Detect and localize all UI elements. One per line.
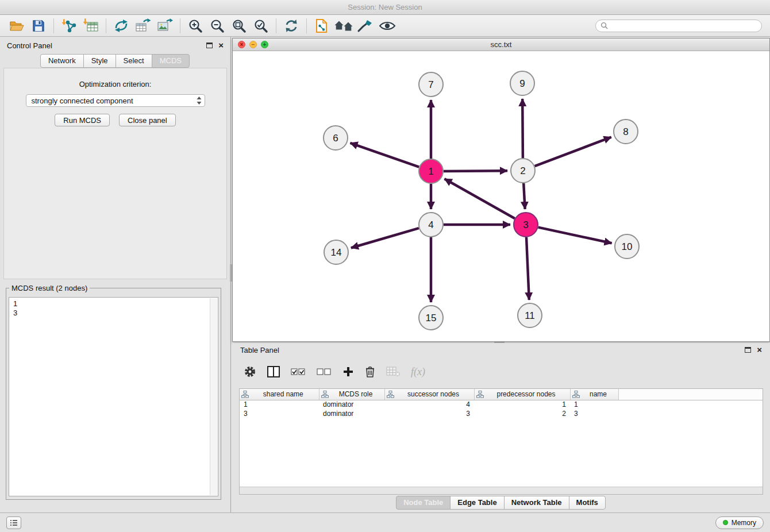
zoom-in-icon [188,18,203,33]
list-icon [10,519,18,526]
column-tree-icon [476,391,484,398]
tab-style[interactable]: Style [83,54,116,68]
dropdown-stepper-icon [197,97,202,105]
edge-1-2[interactable] [444,171,507,171]
table-toolbar: f(x) [232,357,770,387]
import-table-button[interactable] [81,17,101,35]
network-canvas[interactable]: 7968124314101511 [233,51,769,341]
save-icon [32,19,45,33]
tab-select[interactable]: Select [116,54,152,68]
homes-icon [334,19,353,33]
style-brush-button[interactable] [356,17,375,35]
delete-table-button[interactable] [386,367,400,377]
zoom-fit-button[interactable] [229,17,249,35]
close-panel-icon[interactable]: × [218,42,224,49]
show-hide-button[interactable] [378,17,397,35]
tab-edge-table[interactable]: Edge Table [450,496,504,510]
edge-1-6[interactable] [351,143,419,167]
column-header-successor-nodes[interactable]: successor nodes [384,389,474,400]
show-columns-button[interactable] [267,366,280,377]
close-panel-button[interactable]: Close panel [119,114,176,126]
column-header-name[interactable]: name [570,389,618,400]
save-session-button[interactable] [29,17,48,35]
open-folder-button[interactable] [7,17,26,35]
plus-icon [342,366,354,377]
toolbar-separator [106,18,106,33]
table-settings-button[interactable] [244,365,256,378]
optimization-criterion-select[interactable]: strongly connected component [26,94,205,107]
float-table-panel-icon[interactable] [745,347,751,353]
eye-icon [379,20,396,32]
graph-node-label-3: 3 [523,219,528,230]
table-panel-header: Table Panel × [232,343,770,357]
graph-node-label-10: 10 [622,241,633,252]
edge-2-3[interactable] [523,183,525,209]
tab-network-table[interactable]: Network Table [504,496,569,510]
unselect-all-columns-button[interactable] [317,368,332,376]
table-cell[interactable]: 4 [384,400,474,409]
tab-mcds[interactable]: MCDS [152,54,190,68]
table-horizontal-scrollbar[interactable] [240,487,763,494]
control-panel-tabs: NetworkStyleSelectMCDS [0,54,230,68]
tab-motifs[interactable]: Motifs [569,496,606,510]
zoom-in-button[interactable] [186,17,205,35]
zoom-window-button[interactable]: + [261,41,268,48]
column-header-mcds-role[interactable]: MCDS role [319,389,384,400]
table-cell[interactable]: 1 [570,400,618,409]
edge-4-14[interactable] [351,228,419,248]
column-header-shared-name[interactable]: shared name [240,389,319,400]
import-network-icon [61,18,77,33]
table-cell[interactable]: 1 [240,400,319,409]
task-history-button[interactable] [6,516,21,529]
edge-2-8[interactable] [535,137,611,167]
mcds-panel: Optimization criterion: strongly connect… [3,68,227,279]
table-cell[interactable]: 3 [570,409,618,418]
close-window-button[interactable]: × [238,41,245,48]
edge-3-1[interactable] [445,179,515,218]
new-table-button[interactable] [133,17,153,35]
checked-boxes-icon [291,368,306,376]
select-all-columns-button[interactable] [291,368,306,376]
edge-2-9[interactable] [522,99,523,158]
export-image-button[interactable] [155,17,175,35]
status-bar: Memory [0,512,770,532]
close-table-panel-icon[interactable]: × [757,346,762,353]
delete-column-button[interactable] [365,365,375,378]
table-cell[interactable]: 3 [240,409,319,418]
minimize-window-button[interactable]: − [249,41,257,48]
table-panel: Table Panel × [232,343,770,511]
import-network-button[interactable] [59,17,79,35]
float-panel-icon[interactable] [206,43,213,48]
refresh-button[interactable] [282,17,301,35]
document-network-button[interactable] [312,17,332,35]
edge-3-10[interactable] [538,228,612,244]
function-builder-button[interactable]: f(x) [411,366,425,378]
network-arrows-button[interactable] [111,17,131,35]
add-column-button[interactable] [342,366,354,377]
table-cell[interactable]: 1 [474,400,570,409]
memory-status-dot [723,520,728,525]
table-cell[interactable]: 2 [474,409,570,418]
main-toolbar [0,15,770,37]
control-panel-header: Control Panel × [0,37,230,54]
table-row[interactable]: 3dominator323 [240,409,763,418]
search-input[interactable] [611,22,757,30]
run-mcds-button[interactable]: Run MCDS [55,114,110,126]
search-box[interactable] [595,20,762,32]
table-cell[interactable]: 3 [384,409,474,418]
zoom-out-button[interactable] [207,17,227,35]
result-scrollbar[interactable] [210,298,217,495]
memory-button[interactable]: Memory [715,516,764,529]
table-row[interactable]: 1dominator411 [240,400,763,409]
column-header-predecessor-nodes[interactable]: predecessor nodes [474,389,570,400]
graph-node-label-4: 4 [428,219,433,230]
homes-button[interactable] [334,17,353,35]
zoom-selected-button[interactable] [251,17,271,35]
edge-3-11[interactable] [526,237,529,300]
table-cell[interactable]: dominator [319,400,384,409]
toolbar-separator [276,18,276,33]
table-cell[interactable]: dominator [319,409,384,418]
zoom-out-icon [210,18,225,33]
tab-network[interactable]: Network [40,54,84,68]
tab-node-table[interactable]: Node Table [396,496,451,510]
